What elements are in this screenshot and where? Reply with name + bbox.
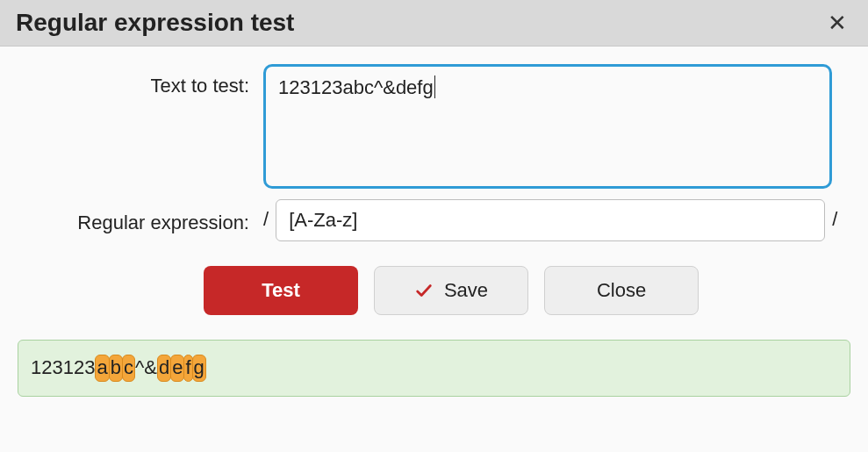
result-match-group: abc bbox=[95, 355, 135, 382]
field-text-to-test: 123123abc^&defg bbox=[263, 64, 852, 189]
result-match: g bbox=[192, 355, 206, 382]
close-button[interactable]: Close bbox=[544, 266, 699, 315]
titlebar: Regular expression test ✕ bbox=[0, 0, 868, 47]
regex-trailing-slash: / bbox=[825, 199, 837, 231]
row-regex: Regular expression: / / bbox=[16, 199, 852, 241]
save-button[interactable]: Save bbox=[374, 266, 528, 315]
close-icon[interactable]: ✕ bbox=[822, 10, 852, 36]
result-match: b bbox=[109, 355, 123, 382]
button-row: Test Save Close bbox=[16, 266, 852, 315]
regex-leading-slash: / bbox=[263, 199, 276, 231]
text-caret bbox=[434, 75, 435, 98]
label-text-to-test: Text to test: bbox=[16, 64, 263, 100]
label-regex: Regular expression: bbox=[16, 199, 263, 238]
result-match: a bbox=[95, 355, 109, 382]
row-text-to-test: Text to test: 123123abc^&defg bbox=[16, 64, 852, 189]
check-icon bbox=[414, 281, 434, 300]
result-match: e bbox=[170, 355, 184, 382]
result-plain: 123123 bbox=[31, 356, 95, 378]
field-regex: / / bbox=[263, 199, 852, 241]
test-button[interactable]: Test bbox=[204, 266, 358, 315]
result-match: c bbox=[122, 355, 135, 382]
result-box: 123123abc^&defg bbox=[18, 340, 850, 397]
text-to-test-input[interactable]: 123123abc^&defg bbox=[263, 64, 832, 189]
regex-input[interactable] bbox=[276, 199, 825, 241]
result-match-group: defg bbox=[157, 355, 206, 382]
dialog-content: Text to test: 123123abc^&defg Regular ex… bbox=[0, 47, 868, 414]
result-match: d bbox=[157, 355, 171, 382]
save-button-label: Save bbox=[444, 279, 488, 302]
dialog-title: Regular expression test bbox=[16, 9, 294, 37]
result-plain: ^& bbox=[135, 356, 157, 378]
